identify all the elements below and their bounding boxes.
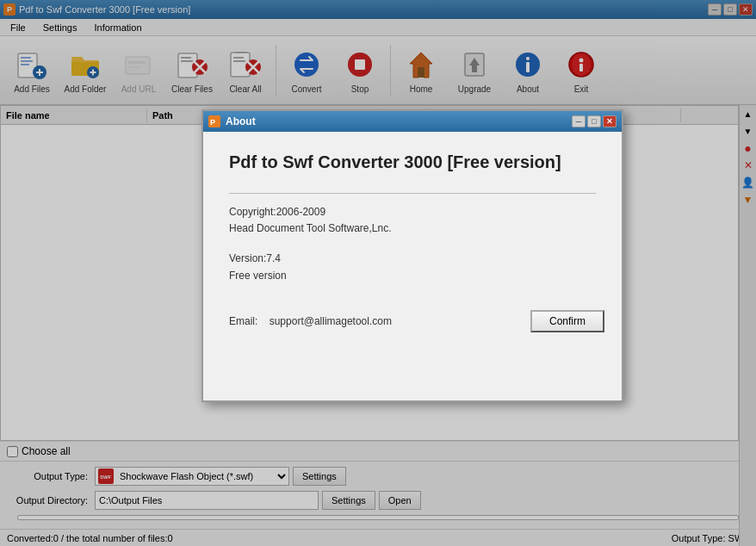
modal-title-controls: ─ □ ✕ bbox=[572, 115, 617, 127]
svg-text:P: P bbox=[210, 118, 215, 127]
modal-info-text: Copyright:2006-2009 Head Document Tool S… bbox=[229, 204, 596, 237]
modal-body: Pdf to Swf Converter 3000 [Free version]… bbox=[203, 132, 622, 301]
copyright-text: Copyright:2006-2009 bbox=[229, 204, 596, 220]
modal-title-icon: P bbox=[208, 115, 220, 127]
confirm-button[interactable]: Confirm bbox=[530, 310, 604, 332]
modal-overlay: P About ─ □ ✕ Pdf to Swf Converter 3000 … bbox=[0, 0, 756, 546]
modal-app-title: Pdf to Swf Converter 3000 [Free version] bbox=[229, 152, 596, 172]
modal-title: About bbox=[226, 115, 256, 127]
version-text: Version:7.4 bbox=[229, 251, 596, 267]
modal-version-text: Version:7.4 Free version bbox=[229, 251, 596, 283]
company-text: Head Document Tool Software,Lnc. bbox=[229, 220, 596, 237]
email-label: Email: bbox=[229, 315, 257, 327]
modal-maximize-button[interactable]: □ bbox=[587, 115, 601, 127]
modal-divider bbox=[229, 193, 596, 194]
modal-close-button[interactable]: ✕ bbox=[603, 115, 617, 127]
modal-footer: Email: support@allimagetool.com Confirm bbox=[203, 301, 622, 346]
free-version-text: Free version bbox=[229, 268, 596, 284]
modal-minimize-button[interactable]: ─ bbox=[572, 115, 586, 127]
email-value: support@allimagetool.com bbox=[270, 315, 392, 327]
modal-email: Email: support@allimagetool.com bbox=[229, 315, 392, 327]
about-modal: P About ─ □ ✕ Pdf to Swf Converter 3000 … bbox=[201, 109, 623, 402]
modal-title-bar: P About ─ □ ✕ bbox=[203, 111, 622, 132]
